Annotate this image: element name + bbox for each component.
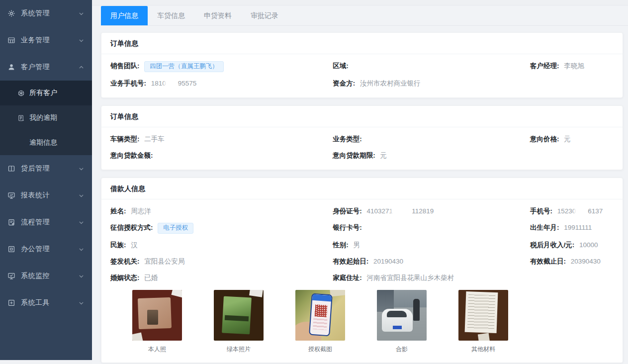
field-valid-to: 有效截止日: 20390430 [530,257,614,267]
overdue-doc-icon [17,114,25,122]
photo-caption: 本人照 [132,345,182,354]
field-label: 税后月收入/元: [530,241,574,249]
field-label: 性别: [333,241,349,249]
field-intent-price: 意向价格: 元 [530,134,614,144]
field-label: 银行卡号: [333,224,362,231]
person-car-photo[interactable] [377,290,427,341]
sidebar-item-process-mgmt[interactable]: 流程管理 [0,209,92,236]
field-label: 意向贷款金额: [110,152,153,159]
detail-tabs: 用户信息 车贷信息 申贷资料 审批记录 [101,6,628,26]
sidebar-item-all-customers[interactable]: 所有客户 [0,81,92,105]
field-label: 征信授权方式: [110,224,153,231]
qr-auth-photo[interactable] [295,290,345,341]
chevron-down-icon [79,247,84,252]
sidebar-item-customer-mgmt[interactable]: 客户管理 [0,54,92,81]
toolbox-icon [7,299,15,307]
field-label: 身份证号: [333,207,362,215]
field-label: 有效截止日: [530,258,566,265]
field-birth: 出生年月: 19911111 [530,223,614,234]
sidebar-item-my-overdue[interactable]: 我的逾期 [0,105,92,130]
field-valid-from: 有效起始日: 20190430 [333,257,530,267]
sidebar-item-system-tools[interactable]: 系统工具 [0,289,92,316]
chevron-down-icon [79,11,84,16]
tab-user-info[interactable]: 用户信息 [101,6,148,25]
green-book-photo[interactable] [214,290,264,341]
field-id-number: 身份证号: 4103271112819 [333,206,530,216]
sidebar-item-office-mgmt[interactable]: 办公管理 [0,236,92,263]
paper-doc-photo[interactable] [458,290,508,341]
field-intent-loan-term: 意向贷款期限: 元 [333,151,530,161]
field-label: 出生年月: [530,224,559,231]
chevron-down-icon [79,300,84,306]
user-icon [7,63,15,72]
sidebar-item-business-mgmt[interactable]: 业务管理 [0,27,92,54]
field-empty [530,79,614,89]
field-value: 4103271112819 [367,207,434,215]
field-label: 区域: [333,62,349,70]
sidebar-item-label: 业务管理 [21,36,79,45]
field-region: 区域: [333,61,530,72]
field-marital-status: 婚姻状态: 已婚 [110,273,333,283]
id-card-photo[interactable] [132,290,182,341]
field-value: 男 [354,241,360,249]
chevron-down-icon [79,38,84,43]
redaction-blur [576,208,587,215]
field-home-address: 家庭住址: 河南省宜阳县花果山乡木柴村 [333,273,530,283]
field-name: 姓名: 周志洋 [110,206,333,216]
sidebar-item-label: 流程管理 [21,218,79,227]
photo-caption: 其他材料 [458,345,508,354]
field-label: 业务类型: [333,135,362,143]
field-gender: 性别: 男 [333,240,530,250]
field-value: 二手车 [144,135,165,143]
customers-wheel-icon [17,89,25,97]
tab-loan-application-docs[interactable]: 申贷资料 [194,6,241,25]
field-label: 业务手机号: [110,80,146,87]
tab-car-loan-info[interactable]: 车贷信息 [148,6,194,25]
sidebar-item-label: 办公管理 [21,245,79,254]
card-title: 借款人信息 [101,178,623,199]
main-content: 用户信息 车贷信息 申贷资料 审批记录 订单信息 销售团队: 四团一营（直属王鹏… [92,0,628,364]
sidebar-item-report-stats[interactable]: 报表统计 [0,182,92,209]
photo-item-qr-auth: 授权截图 [295,290,345,354]
field-sales-team: 销售团队: 四团一营（直属王鹏飞） [110,61,333,72]
sidebar-item-label: 系统监控 [21,272,79,280]
field-credit-auth: 征信授权方式: 电子授权 [110,223,333,234]
gear-icon [7,9,15,18]
sidebar-bottom-strip [0,360,92,364]
tab-approval-records[interactable]: 审批记录 [241,6,288,25]
field-business-type: 业务类型: [333,134,530,144]
field-mobile: 手机号: 152306137 [530,206,614,216]
field-label: 手机号: [530,207,552,215]
sidebar-item-overdue-info[interactable]: 逾期信息 [0,130,92,155]
field-label: 车辆类型: [110,135,140,143]
field-value: 元 [380,152,387,159]
field-label: 民族: [110,241,126,249]
app-window: 系统管理 业务管理 客户管理 所有客户 [0,0,628,364]
sidebar-item-label: 客户管理 [21,63,79,72]
field-label: 家庭住址: [333,274,362,281]
sales-team-tag[interactable]: 四团一营（直属王鹏飞） [144,61,224,72]
photo-item-person-car: 合影 [377,290,427,354]
borrower-info-card: 借款人信息 姓名: 周志洋 身份证号: 4103271112819 手机号: 1… [101,178,623,363]
sidebar-item-system-mgmt[interactable]: 系统管理 [0,0,92,27]
office-icon [7,245,15,254]
field-value: 汝州市农村商业银行 [360,80,421,87]
field-value: 宜阳县公安局 [144,258,184,265]
field-value: 汉 [131,241,138,249]
redaction-blur [393,208,411,215]
sidebar-item-system-monitor[interactable]: 系统监控 [0,263,92,289]
field-value: 周志洋 [131,207,151,215]
field-empty [530,273,614,283]
field-empty [530,151,614,161]
credit-auth-tag: 电子授权 [158,223,193,234]
photo-caption: 授权截图 [295,345,345,354]
chevron-down-icon [79,166,84,172]
field-intent-loan-amount: 意向贷款金额: [110,151,333,161]
field-value: 181095575 [151,80,197,87]
chevron-down-icon [79,220,84,225]
sidebar-item-postloan-mgmt[interactable]: 贷后管理 [0,155,92,182]
card-title: 订单信息 [101,33,623,54]
document-photos: 本人照 绿本照片 授权截图 [132,290,614,354]
field-value: 20390430 [571,258,601,265]
sidebar-item-label: 逾期信息 [29,138,57,147]
